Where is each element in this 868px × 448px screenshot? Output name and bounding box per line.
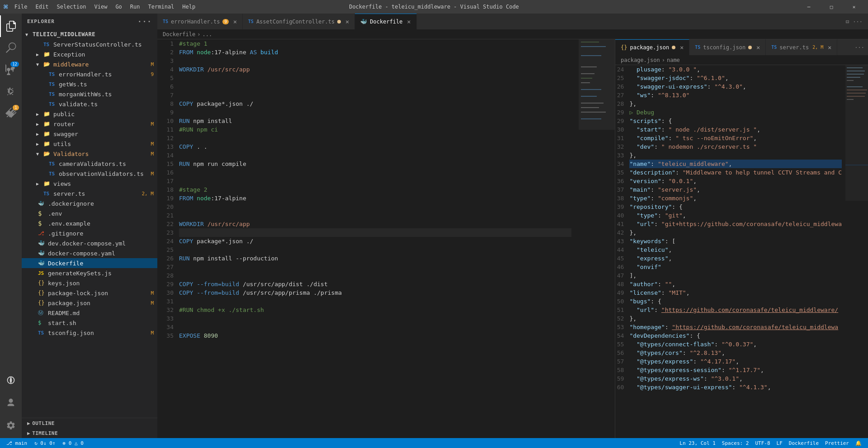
sync-status[interactable]: ↻ 0↓ 0↑ — [32, 440, 58, 446]
tab-server-ts[interactable]: TS server.ts 2, M × — [766, 39, 837, 55]
outline-section[interactable]: ▶ OUTLINE — [22, 418, 157, 428]
tab-close-button[interactable]: × — [231, 18, 239, 25]
right-more-button[interactable]: ··· — [854, 44, 864, 51]
minimize-button[interactable]: ─ — [798, 0, 819, 14]
more-tabs-button[interactable]: ··· — [851, 18, 864, 26]
search-activity-icon[interactable] — [0, 37, 22, 59]
dockerfile-editor[interactable]: 12345 678910 1112131415 1617181920 21222… — [157, 39, 615, 438]
menu-view[interactable]: View — [90, 3, 111, 11]
tab-tsconfig[interactable]: TS tsconfig.json × — [689, 39, 766, 55]
tab-close-button[interactable]: × — [406, 18, 413, 25]
list-item[interactable]: 🐳 dev.docker-compose.yml — [22, 238, 157, 248]
breadcrumb-path[interactable]: ... — [202, 31, 212, 38]
right-panel: {} package.json × TS tsconfig.json × TS … — [615, 39, 868, 438]
tab-dockerfile[interactable]: 🐳 Dockerfile × — [355, 14, 416, 29]
tab-assetconfig[interactable]: TS AssetConfigController.ts × — [243, 14, 355, 29]
encoding-status[interactable]: UTF-8 — [752, 440, 773, 446]
list-item[interactable]: TS validate.ts — [22, 99, 157, 109]
list-item[interactable]: ▶ 📁 public — [22, 109, 157, 119]
list-item[interactable]: Ⓜ README.md — [22, 308, 157, 318]
list-item[interactable]: ▼ 📂 Validators M — [22, 149, 157, 159]
list-item[interactable]: ▶ 📁 router M — [22, 119, 157, 129]
list-item[interactable]: {} package-lock.json M — [22, 288, 157, 298]
filename-label: dev.docker-compose.yml — [48, 240, 157, 247]
timeline-section[interactable]: ▶ TIMELINE — [22, 428, 157, 438]
list-item[interactable]: TS errorHandler.ts 9 — [22, 69, 157, 79]
list-item[interactable]: {} package.json M — [22, 298, 157, 308]
menu-selection[interactable]: Selection — [53, 3, 90, 11]
sidebar-more-button[interactable]: ··· — [137, 17, 152, 26]
tab-error-indicator: 2, M — [812, 45, 823, 50]
sidebar-bottom: ▶ OUTLINE ▶ TIMELINE — [22, 418, 157, 438]
tab-bar: TS errorHandler.ts 9 × TS AssetConfigCon… — [157, 14, 868, 29]
spaces-status[interactable]: Spaces: 2 — [719, 440, 752, 446]
tab-modified-indicator — [672, 46, 675, 49]
breadcrumb-file[interactable]: Dockerfile — [163, 31, 195, 38]
ts-file-icon: TS — [49, 171, 57, 177]
list-item[interactable]: $ .env.example — [22, 218, 157, 228]
language-status[interactable]: Dockerfile — [786, 440, 821, 446]
tab-label: AssetConfigController.ts — [256, 19, 335, 25]
list-item[interactable]: TS getWs.ts — [22, 79, 157, 89]
list-item[interactable]: $ start.sh — [22, 318, 157, 328]
env-example-icon: $ — [38, 220, 46, 227]
list-item[interactable]: 🐳 docker-compose.yaml — [22, 248, 157, 258]
list-item[interactable]: TS observationValidators.ts M — [22, 169, 157, 179]
tab-package-json[interactable]: {} package.json × — [615, 39, 689, 55]
tab-errorhandler[interactable]: TS errorHandler.ts 9 × — [157, 14, 243, 29]
right-breadcrumb-file[interactable]: package.json — [621, 57, 660, 63]
folder-label: Validators — [53, 151, 151, 157]
list-item[interactable]: TS morganWithWs.ts — [22, 89, 157, 99]
list-item[interactable]: TS tsconfig.json M — [22, 328, 157, 338]
list-item[interactable]: ⎇ .gitignore — [22, 228, 157, 238]
list-item[interactable]: ▼ 📂 middleware M — [22, 59, 157, 69]
sidebar-content[interactable]: ▼ TELEICU_MIDDLEWARE TS ServerStatusCont… — [22, 29, 157, 418]
list-item[interactable]: ▶ 📁 utils M — [22, 139, 157, 149]
prettier-status[interactable]: Prettier — [822, 440, 852, 446]
source-control-activity-icon[interactable]: 12 — [0, 59, 22, 80]
cursor-position[interactable]: Ln 23, Col 1 — [677, 440, 718, 446]
notification-bell[interactable]: 🔔 — [853, 440, 864, 446]
list-item[interactable]: 🐳 .dockerignore — [22, 198, 157, 208]
tab-close-button[interactable]: × — [755, 44, 762, 51]
menu-file[interactable]: File — [11, 3, 31, 11]
filename-label: .dockerignore — [48, 200, 157, 207]
menu-help[interactable]: Help — [179, 3, 199, 11]
titlebar: ⌘ File Edit Selection View Go Run Termin… — [0, 0, 868, 14]
tab-close-button[interactable]: × — [826, 44, 833, 51]
list-item[interactable]: {} keys.json — [22, 278, 157, 288]
list-item[interactable]: 🐳 Dockerfile — [22, 258, 157, 268]
maximize-button[interactable]: □ — [821, 0, 842, 14]
tab-close-button[interactable]: × — [678, 44, 685, 51]
list-item[interactable]: TS cameraValidators.ts — [22, 159, 157, 169]
menu-terminal[interactable]: Terminal — [145, 3, 178, 11]
errors-status[interactable]: ⊗ 0 △ 0 — [60, 440, 86, 446]
list-item[interactable]: ▶ 📁 swagger — [22, 129, 157, 139]
git-branch-status[interactable]: ⎇ main — [4, 440, 30, 446]
settings-activity-icon[interactable] — [0, 415, 22, 436]
remote-activity-icon[interactable] — [0, 369, 22, 391]
run-debug-activity-icon[interactable] — [0, 80, 22, 102]
root-folder[interactable]: ▼ TELEICU_MIDDLEWARE — [22, 29, 157, 39]
menu-go[interactable]: Go — [112, 3, 125, 11]
package-json-editor[interactable]: 2425262728 2929303132 3334353637 3839404… — [615, 65, 868, 438]
line-ending-status[interactable]: LF — [774, 440, 785, 446]
menu-edit[interactable]: Edit — [32, 3, 52, 11]
menu-run[interactable]: Run — [127, 3, 144, 11]
right-breadcrumb-key[interactable]: name — [667, 57, 680, 63]
split-editor-button[interactable]: ⊟ — [844, 18, 851, 26]
tab-close-button[interactable]: × — [344, 18, 351, 25]
list-item[interactable]: TS ServerStatusController.ts — [22, 39, 157, 49]
explorer-activity-icon[interactable] — [0, 15, 22, 37]
code-content[interactable]: 12345 678910 1112131415 1617181920 21222… — [157, 39, 615, 438]
tab-actions: ⊟ ··· — [840, 14, 868, 29]
list-item[interactable]: JS generateKeySets.js — [22, 268, 157, 278]
list-item[interactable]: ▶ 📁 views — [22, 179, 157, 189]
list-item[interactable]: ▶ 📁 Exception — [22, 49, 157, 59]
list-item[interactable]: TS server.ts 2, M — [22, 189, 157, 198]
accounts-activity-icon[interactable] — [0, 392, 22, 414]
extensions-activity-icon[interactable]: 1 — [0, 102, 22, 124]
list-item[interactable]: $ .env — [22, 208, 157, 218]
filename-label: validate.ts — [59, 101, 157, 108]
close-button[interactable]: ✕ — [844, 0, 864, 14]
